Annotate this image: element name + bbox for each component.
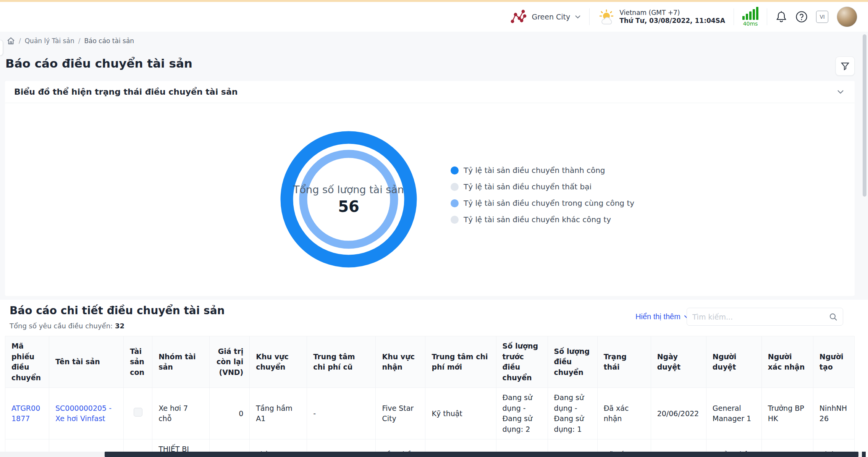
vertical-scrollbar[interactable]: [863, 34, 866, 197]
table-cell: Tầng hầm A1: [250, 388, 307, 439]
table-cell: -: [307, 388, 376, 439]
table-body: ATGR001877SC000000205 - Xe hơi VinfastXe…: [5, 388, 855, 457]
chevron-down-icon: [575, 15, 581, 19]
column-header: Mã phiếu điều chuyển: [5, 336, 49, 388]
legend-item[interactable]: Tỷ lệ tài sản điều chuyển thất bại: [451, 182, 634, 191]
scrollbar-corner: [862, 452, 866, 457]
legend-dot: [451, 166, 459, 174]
column-header: Trung tâm chi phí cũ: [307, 336, 376, 388]
breadcrumb: / Quản lý Tài sản / Báo cáo tài sản: [7, 37, 134, 45]
show-more-label: Hiển thị thêm: [635, 312, 680, 321]
top-bar: Green City Vietnam (GMT +7) Thứ Tư, 03/0…: [0, 2, 868, 32]
avatar[interactable]: [837, 6, 857, 27]
legend-dot: [451, 199, 459, 207]
breadcrumb-item-asset-management[interactable]: Quản lý Tài sản: [25, 37, 74, 45]
donut-center-label: Tổng số lượng tài sản: [293, 184, 404, 195]
column-header: Tên tài sản: [49, 336, 124, 388]
legend-label: Tỷ lệ tài sản điều chuyển khác công ty: [464, 215, 611, 224]
table-cell: 0: [210, 388, 250, 439]
search-box: [687, 308, 843, 326]
chart-legend: Tỷ lệ tài sản điều chuyển thành côngTỷ l…: [451, 166, 634, 224]
legend-dot: [451, 183, 459, 191]
table-header-row: Mã phiếu điều chuyểnTên tài sảnTài sản c…: [5, 336, 855, 388]
breadcrumb-separator: /: [19, 37, 21, 45]
help-button[interactable]: [795, 11, 808, 23]
notifications-button[interactable]: [776, 11, 787, 23]
chart-panel: Biểu đồ thể hiện trạng thái điều chuyển …: [5, 81, 855, 296]
chart-panel-header[interactable]: Biểu đồ thể hiện trạng thái điều chuyển …: [5, 81, 855, 103]
language-code: VI: [816, 11, 828, 23]
chart-panel-title: Biểu đồ thể hiện trạng thái điều chuyển …: [14, 87, 238, 97]
table-cell: Five Star City: [376, 388, 425, 439]
search-icon[interactable]: [829, 313, 837, 321]
donut-center-value: 56: [338, 198, 359, 215]
divider: [589, 8, 590, 25]
column-header: Nhóm tài sản: [152, 336, 210, 388]
column-header: Khu vực chuyển: [250, 336, 307, 388]
home-icon[interactable]: [7, 37, 15, 45]
collapse-chevron-icon[interactable]: [837, 90, 844, 94]
sidebar-toggle-handle[interactable]: [0, 40, 3, 56]
table-cell: [124, 388, 152, 439]
bell-icon: [776, 11, 787, 23]
help-icon: [795, 11, 808, 23]
legend-dot: [451, 216, 459, 224]
donut-chart: Tổng số lượng tài sản 56: [276, 127, 421, 272]
latency-value: 40ms: [743, 21, 758, 27]
datetime-label: Thứ Tư, 03/08/2022, 11:04SA: [619, 17, 725, 25]
table-cell: Đang sử dụng - Đang sử dụng: 1: [548, 388, 597, 439]
column-header: Người duyệt: [706, 336, 761, 388]
table-cell: NinhNH26: [813, 388, 854, 439]
language-selector[interactable]: VI: [816, 11, 828, 23]
column-header: Khu vực nhận: [376, 336, 425, 388]
weather-sun-icon: [598, 9, 615, 25]
timezone-widget: Vietnam (GMT +7) Thứ Tư, 03/08/2022, 11:…: [598, 9, 725, 25]
sub-asset-checkbox[interactable]: [134, 408, 142, 417]
column-header: Trạng thái: [597, 336, 651, 388]
donut-center: Tổng số lượng tài sản 56: [276, 127, 421, 272]
column-header: Người tạo: [813, 336, 854, 388]
show-more-button[interactable]: Hiển thị thêm: [635, 312, 689, 321]
legend-label: Tỷ lệ tài sản điều chuyển thất bại: [464, 182, 592, 191]
company-switcher[interactable]: Green City: [510, 9, 581, 24]
column-header: Trung tâm chi phí mới: [425, 336, 496, 388]
divider: [767, 8, 767, 25]
asset-name-link[interactable]: SC000000205 - Xe hơi Vinfast: [55, 404, 112, 423]
company-logo-icon: [510, 9, 527, 24]
column-header: Người xác nhận: [761, 336, 813, 388]
app-screen: Green City Vietnam (GMT +7) Thứ Tư, 03/0…: [0, 0, 868, 457]
horizontal-scrollbar-track[interactable]: [0, 452, 861, 457]
total-requests-value: 32: [115, 322, 124, 330]
table-row: ATGR001877SC000000205 - Xe hơi VinfastXe…: [5, 388, 855, 439]
company-name: Green City: [532, 13, 570, 21]
divider: [734, 8, 734, 25]
column-header: Giá trị còn lại (VND): [210, 336, 250, 388]
table-cell: SC000000205 - Xe hơi Vinfast: [49, 388, 124, 439]
search-input[interactable]: [692, 313, 829, 321]
timezone-label: Vietnam (GMT +7): [619, 9, 725, 17]
table-cell: Trưởng BP HK: [761, 388, 813, 439]
table-section-title: Báo cáo chi tiết điều chuyển tài sản: [10, 304, 225, 317]
report-table-section: Báo cáo chi tiết điều chuyển tài sản Tổn…: [0, 300, 868, 457]
page-title: Báo cáo điều chuyển tài sản: [5, 57, 192, 70]
legend-label: Tỷ lệ tài sản điều chuyển thành công: [464, 166, 605, 175]
column-header: Tài sản con: [124, 336, 152, 388]
filter-button[interactable]: [836, 57, 855, 76]
legend-label: Tỷ lệ tài sản điều chuyển trong cùng côn…: [464, 199, 634, 208]
breadcrumb-item-asset-report[interactable]: Báo cáo tài sản: [84, 37, 134, 45]
table-cell: General Manager 1: [706, 388, 761, 439]
legend-item[interactable]: Tỷ lệ tài sản điều chuyển thành công: [451, 166, 634, 175]
transfer-code-link[interactable]: ATGR001877: [11, 404, 40, 423]
column-header: Số lượng điều chuyển: [548, 336, 597, 388]
breadcrumb-separator: /: [78, 37, 81, 45]
filter-funnel-icon: [841, 61, 850, 71]
table-cell: ATGR001877: [5, 388, 49, 439]
table-cell: Đã xác nhận: [597, 388, 651, 439]
table-cell: Kỹ thuật: [425, 388, 496, 439]
horizontal-scrollbar-thumb[interactable]: [105, 452, 858, 457]
column-header: Số lượng trước điều chuyển: [496, 336, 548, 388]
legend-item[interactable]: Tỷ lệ tài sản điều chuyển trong cùng côn…: [451, 199, 634, 208]
legend-item[interactable]: Tỷ lệ tài sản điều chuyển khác công ty: [451, 215, 634, 224]
table-cell: 20/06/2022: [651, 388, 706, 439]
network-latency-widget: 40ms: [742, 7, 758, 27]
